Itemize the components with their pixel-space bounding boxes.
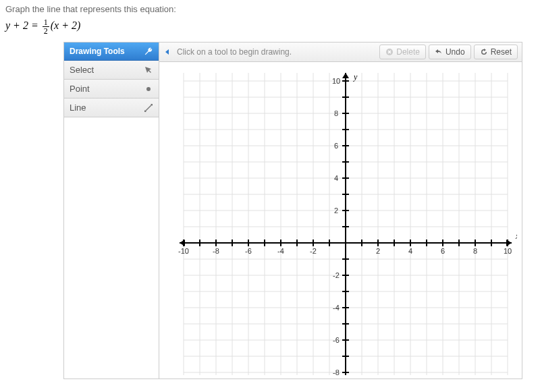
svg-text:8: 8	[334, 109, 338, 117]
svg-text:-4: -4	[277, 247, 284, 255]
line-icon	[144, 103, 153, 113]
tool-point[interactable]: Point	[64, 80, 159, 99]
svg-text:-4: -4	[333, 304, 340, 312]
svg-text:10: 10	[504, 247, 512, 255]
svg-text:-6: -6	[245, 247, 252, 255]
svg-text:6: 6	[441, 247, 445, 255]
svg-text:10: 10	[332, 77, 340, 85]
svg-text:-2: -2	[310, 247, 317, 255]
tool-label: Select	[70, 65, 94, 75]
svg-text:6: 6	[334, 142, 338, 150]
coordinate-plane[interactable]: -10-8-6-4-2246810108642-2-4-6-8yx	[159, 62, 522, 379]
canvas-hint: Click on a tool to begin drawing.	[174, 47, 377, 57]
undo-button[interactable]: Undo	[429, 45, 471, 59]
canvas-toolbar: Click on a tool to begin drawing. Delete…	[159, 43, 522, 62]
svg-point-0	[146, 87, 151, 91]
svg-text:-8: -8	[213, 247, 219, 255]
svg-text:4: 4	[334, 174, 338, 182]
svg-text:8: 8	[473, 247, 477, 255]
svg-text:4: 4	[408, 247, 412, 255]
tool-label: Line	[70, 103, 86, 113]
tool-select[interactable]: Select	[64, 61, 159, 80]
svg-text:-10: -10	[178, 247, 189, 255]
dot-icon	[144, 84, 153, 94]
canvas-area: Click on a tool to begin drawing. Delete…	[159, 43, 522, 379]
reset-button[interactable]: Reset	[474, 45, 518, 59]
reset-icon	[480, 48, 488, 56]
svg-text:y: y	[353, 72, 358, 82]
question-text: Graph the line that represents this equa…	[0, 0, 540, 16]
equation-rhs: (x + 2)	[51, 20, 81, 31]
undo-icon	[435, 48, 443, 56]
tools-header-label: Drawing Tools	[70, 47, 125, 56]
cursor-icon	[144, 65, 153, 75]
svg-text:2: 2	[376, 247, 380, 255]
equation-fraction: 12	[43, 18, 49, 35]
tool-line[interactable]: Line	[64, 99, 159, 117]
close-icon	[385, 48, 394, 56]
svg-text:2: 2	[334, 206, 338, 215]
delete-button[interactable]: Delete	[379, 45, 426, 59]
tools-sidebar: Drawing Tools SelectPointLine	[64, 43, 159, 379]
svg-text:-2: -2	[333, 271, 340, 279]
equation: y + 2 = 12(x + 2)	[0, 16, 540, 42]
svg-text:-8: -8	[333, 368, 340, 375]
equation-lhs: y + 2 =	[5, 20, 41, 31]
tools-header: Drawing Tools	[64, 43, 159, 61]
tool-label: Point	[70, 84, 90, 94]
svg-text:x: x	[515, 231, 517, 241]
wrench-icon	[144, 47, 153, 56]
svg-text:-6: -6	[333, 336, 340, 344]
drawing-workspace: Drawing Tools SelectPointLine Click on a…	[63, 42, 522, 379]
collapse-sidebar-button[interactable]	[163, 48, 171, 56]
